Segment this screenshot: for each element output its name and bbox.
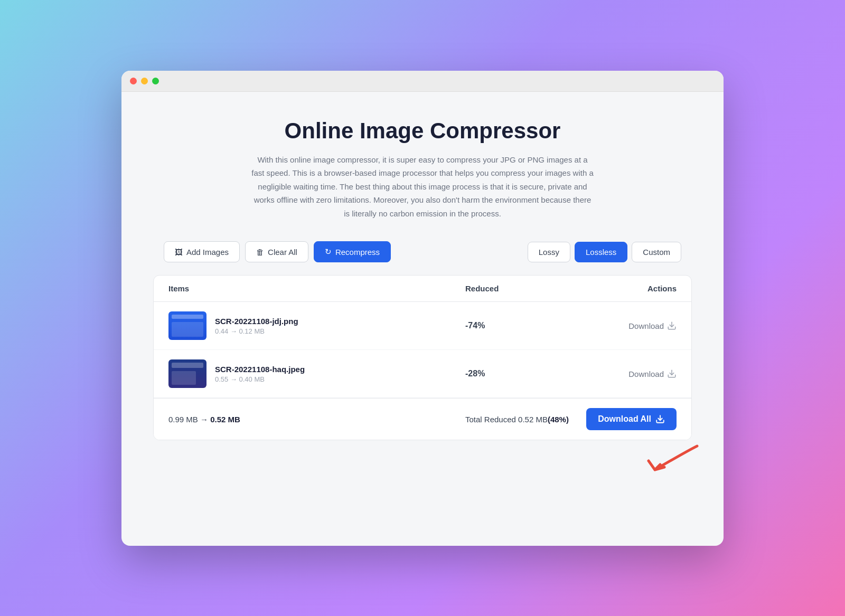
thumbnail-1 bbox=[168, 311, 206, 340]
toolbar: 🖼 Add Images 🗑 Clear All ↻ Recompress Lo… bbox=[153, 241, 692, 262]
add-images-label: Add Images bbox=[186, 248, 229, 257]
close-dot[interactable] bbox=[130, 78, 137, 84]
lossless-button[interactable]: Lossless bbox=[575, 242, 627, 262]
footer-total-label: Total Reduced 0.52 MB bbox=[465, 415, 548, 424]
minimize-dot[interactable] bbox=[141, 78, 148, 84]
files-table: Items Reduced Actions SCR-20221108-jdj.p… bbox=[153, 275, 692, 440]
item-name-2: SCR-20221108-haq.jpeg bbox=[215, 365, 305, 374]
download-label-2: Download bbox=[628, 369, 664, 378]
page-title: Online Image Compressor bbox=[153, 118, 692, 144]
item-cell-2: SCR-20221108-haq.jpeg 0.55 → 0.40 MB bbox=[168, 359, 465, 388]
item-name-1: SCR-20221108-jdj.png bbox=[215, 317, 298, 326]
download-icon-1 bbox=[667, 321, 677, 330]
download-all-label: Download All bbox=[598, 414, 651, 424]
table-header: Items Reduced Actions bbox=[154, 276, 691, 302]
item-cell-1: SCR-20221108-jdj.png 0.44 → 0.12 MB bbox=[168, 311, 465, 340]
clear-all-button[interactable]: 🗑 Clear All bbox=[245, 241, 308, 262]
table-footer: 0.99 MB → 0.52 MB Total Reduced 0.52 MB(… bbox=[154, 398, 691, 440]
app-window: Online Image Compressor With this online… bbox=[121, 71, 724, 546]
col-actions: Actions bbox=[571, 284, 677, 293]
col-items: Items bbox=[168, 284, 465, 293]
recompress-label: Recompress bbox=[335, 248, 380, 257]
titlebar bbox=[121, 71, 724, 92]
lossy-label: Lossy bbox=[539, 248, 559, 257]
add-images-button[interactable]: 🖼 Add Images bbox=[164, 241, 240, 262]
hero-description: With this online image compressor, it is… bbox=[251, 153, 594, 221]
lossless-label: Lossless bbox=[586, 248, 616, 257]
item-info-2: SCR-20221108-haq.jpeg 0.55 → 0.40 MB bbox=[215, 365, 305, 383]
reduced-1: -74% bbox=[465, 321, 571, 330]
item-size-2: 0.55 → 0.40 MB bbox=[215, 375, 305, 383]
download-all-button[interactable]: Download All bbox=[586, 408, 677, 430]
toolbar-right: Lossy Lossless Custom bbox=[528, 242, 681, 262]
footer-total: Total Reduced 0.52 MB(48%) bbox=[465, 415, 571, 424]
item-info-1: SCR-20221108-jdj.png 0.44 → 0.12 MB bbox=[215, 317, 298, 335]
actions-cell-2: Download bbox=[571, 369, 677, 378]
clear-all-label: Clear All bbox=[268, 248, 297, 257]
footer-total-pct: (48%) bbox=[548, 415, 569, 424]
trash-icon: 🗑 bbox=[256, 248, 264, 257]
reduced-2: -28% bbox=[465, 369, 571, 378]
table-row: SCR-20221108-haq.jpeg 0.55 → 0.40 MB -28… bbox=[154, 350, 691, 398]
download-icon-2 bbox=[667, 369, 677, 378]
custom-button[interactable]: Custom bbox=[632, 242, 681, 262]
footer-size-before: 0.99 MB → bbox=[168, 415, 208, 424]
download-label-1: Download bbox=[628, 321, 664, 330]
refresh-icon: ↻ bbox=[325, 247, 332, 257]
footer-actions: Download All bbox=[571, 408, 677, 430]
custom-label: Custom bbox=[643, 248, 670, 257]
main-content: Online Image Compressor With this online… bbox=[121, 92, 724, 472]
download-button-1[interactable]: Download bbox=[628, 321, 677, 330]
download-button-2[interactable]: Download bbox=[628, 369, 677, 378]
lossy-button[interactable]: Lossy bbox=[528, 242, 570, 262]
item-size-1: 0.44 → 0.12 MB bbox=[215, 327, 298, 335]
maximize-dot[interactable] bbox=[152, 78, 159, 84]
thumbnail-2 bbox=[168, 359, 206, 388]
footer-size: 0.99 MB → 0.52 MB bbox=[168, 415, 465, 424]
actions-cell-1: Download bbox=[571, 321, 677, 330]
table-row: SCR-20221108-jdj.png 0.44 → 0.12 MB -74%… bbox=[154, 302, 691, 350]
col-reduced: Reduced bbox=[465, 284, 571, 293]
hero-section: Online Image Compressor With this online… bbox=[153, 118, 692, 221]
footer-size-after: 0.52 MB bbox=[210, 415, 240, 424]
download-all-icon bbox=[655, 414, 665, 424]
add-images-icon: 🖼 bbox=[175, 248, 183, 257]
toolbar-left: 🖼 Add Images 🗑 Clear All ↻ Recompress bbox=[164, 241, 522, 262]
recompress-button[interactable]: ↻ Recompress bbox=[314, 241, 391, 262]
